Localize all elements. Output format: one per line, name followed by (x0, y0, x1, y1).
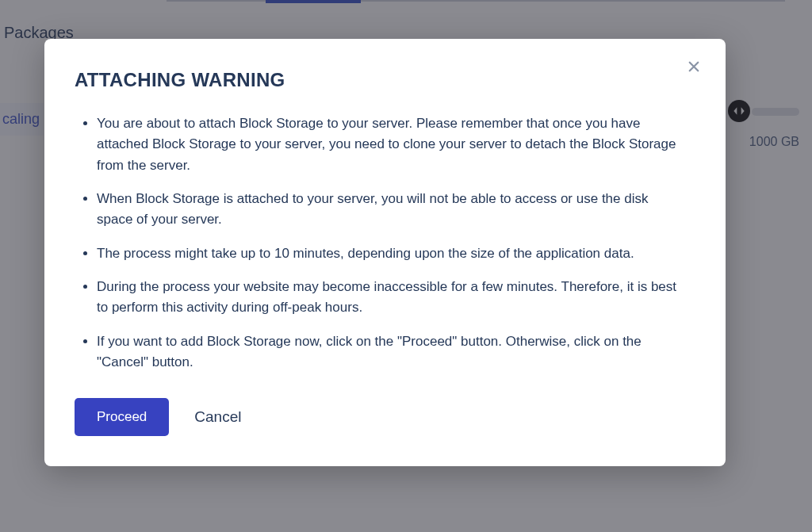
attaching-warning-modal: ATTACHING WARNING You are about to attac… (44, 39, 726, 466)
warning-item: During the process your website may beco… (97, 277, 695, 319)
warning-item: If you want to add Block Storage now, cl… (97, 331, 695, 373)
modal-action-row: Proceed Cancel (75, 398, 695, 436)
close-icon (687, 56, 701, 78)
warning-item: When Block Storage is attached to your s… (97, 189, 695, 231)
cancel-button[interactable]: Cancel (191, 400, 244, 434)
warning-list: You are about to attach Block Storage to… (75, 113, 695, 373)
warning-item: You are about to attach Block Storage to… (97, 113, 695, 176)
warning-item: The process might take up to 10 minutes,… (97, 243, 695, 264)
proceed-button[interactable]: Proceed (75, 398, 169, 436)
close-button[interactable] (683, 56, 705, 78)
modal-title: ATTACHING WARNING (75, 69, 695, 91)
